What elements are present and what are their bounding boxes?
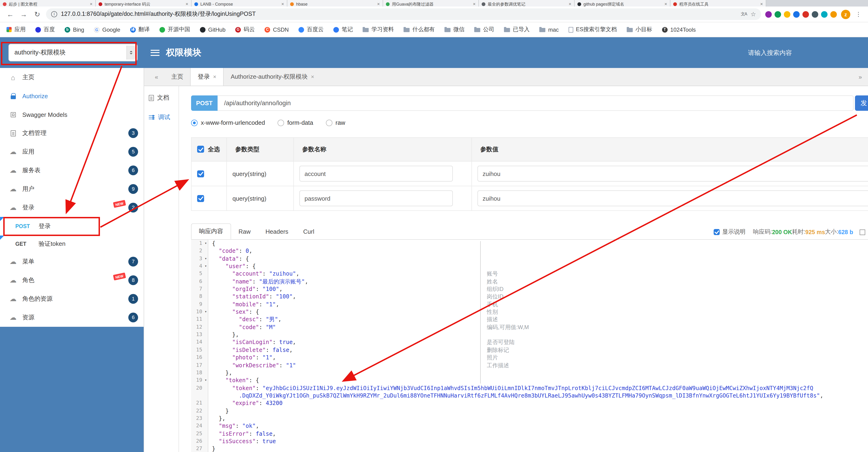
response-tab-响应内容[interactable]: 响应内容: [191, 223, 231, 239]
sidebar-item-resource[interactable]: ☁资源6: [0, 308, 144, 327]
sidebar-item-login[interactable]: ☁登录NEW2: [0, 198, 144, 217]
reload-icon[interactable]: ↻: [33, 10, 42, 19]
sidebar-item-doc-manage[interactable]: 文档管理3: [0, 124, 144, 142]
sidebar-item-post-login[interactable]: POST登录: [0, 217, 144, 235]
sidebar-item-user[interactable]: ☁用户9: [0, 180, 144, 198]
bookmark-baiduyun[interactable]: 百度云: [299, 26, 323, 33]
send-button[interactable]: 发: [855, 95, 868, 111]
select-all-checkbox[interactable]: [197, 146, 204, 153]
tab-close-icon[interactable]: ×: [760, 1, 763, 6]
extension-icon[interactable]: [765, 11, 772, 18]
back-icon[interactable]: ←: [6, 10, 15, 18]
extension-icon[interactable]: [821, 11, 828, 18]
tab-close-icon[interactable]: ×: [90, 1, 93, 6]
bookmark-goal[interactable]: 小目标: [627, 26, 652, 33]
browser-menu-icon[interactable]: ⋮: [855, 11, 862, 18]
param-value-input[interactable]: [477, 166, 868, 181]
row-checkbox[interactable]: [197, 170, 204, 177]
show-desc-checkbox[interactable]: [713, 229, 719, 235]
bookmark-company[interactable]: 公司: [474, 26, 494, 33]
browser-tab[interactable]: github pages绑定域名×: [575, 0, 671, 6]
param-value-input[interactable]: [477, 190, 868, 206]
doc-nav-doc[interactable]: 文档: [144, 88, 179, 108]
browser-tab[interactable]: 程序员在线工具×: [671, 0, 766, 6]
browser-tab[interactable]: hbase×: [287, 0, 383, 6]
sidebar-item-app[interactable]: ☁应用5: [0, 142, 144, 161]
browser-tab[interactable]: 起步 | 图文教程×: [0, 0, 96, 6]
browser-tab[interactable]: 用Guava的布隆过滤器×: [383, 0, 479, 6]
extension-icon[interactable]: [830, 11, 837, 18]
translate-icon[interactable]: 文A: [741, 11, 747, 17]
extension-icon[interactable]: [812, 11, 818, 18]
browser-tab[interactable]: LANB - Compose×: [191, 0, 287, 6]
tab-close-icon[interactable]: ×: [213, 74, 216, 80]
url-text[interactable]: 127.0.0.1:8760/api/gate/doc.html#/author…: [61, 10, 737, 18]
header-search-input[interactable]: [748, 49, 808, 56]
tab-close-icon[interactable]: ×: [568, 1, 571, 6]
bookmark-baidu[interactable]: 百度: [35, 26, 55, 33]
browser-tab[interactable]: 最全的参数调优笔记×: [479, 0, 575, 6]
bookmark-gitee[interactable]: G码云: [235, 26, 255, 33]
sidebar-item-authorize[interactable]: Authorize: [0, 87, 144, 105]
response-tab-Headers[interactable]: Headers: [258, 223, 296, 239]
response-tab-Raw[interactable]: Raw: [231, 223, 258, 239]
sidebar-item-swagger-models[interactable]: Swagger Models: [0, 105, 144, 124]
bookmark-star-icon[interactable]: ☆: [751, 11, 756, 18]
hamburger-icon[interactable]: [151, 50, 159, 56]
fold-caret-icon[interactable]: ▾: [204, 255, 208, 262]
tab-close-icon[interactable]: ×: [186, 1, 188, 6]
bookmark-tools[interactable]: T1024Tools: [662, 26, 696, 33]
sidebar-item-menu[interactable]: ☁菜单7: [0, 252, 144, 271]
param-name-input[interactable]: [300, 190, 453, 206]
page-info-icon[interactable]: i: [51, 11, 57, 17]
bookmark-csdn[interactable]: CCSDN: [265, 26, 289, 33]
fold-caret-icon[interactable]: ▾: [204, 240, 208, 247]
tab-close-icon[interactable]: ×: [311, 74, 314, 80]
bookmark-wechat[interactable]: 微信: [444, 26, 464, 33]
sidebar-item-role-resource[interactable]: ☁角色的资源1: [0, 289, 144, 308]
content-type-option[interactable]: raw: [326, 119, 345, 126]
content-type-option[interactable]: x-www-form-urlencoded: [191, 119, 265, 126]
extension-icon[interactable]: [802, 11, 809, 18]
tab-Authorize-authority-权限模块[interactable]: Authorize-authority-权限模块×: [224, 68, 321, 86]
bookmark-translate[interactable]: 译翻译: [130, 26, 150, 33]
bookmark-github[interactable]: GitHub: [200, 26, 225, 33]
tab-主页[interactable]: 主页: [164, 68, 190, 86]
extension-icon[interactable]: [775, 11, 781, 18]
bookmark-bing[interactable]: bBing: [65, 26, 84, 33]
sidebar-item-get-token[interactable]: GET验证token: [0, 235, 144, 252]
module-select[interactable]: authority-权限模块: [8, 44, 137, 61]
bookmark-everything[interactable]: 什么都有: [404, 26, 435, 33]
tab-登录[interactable]: 登录×: [190, 68, 224, 86]
collapse-left-icon[interactable]: «: [149, 68, 164, 86]
fold-caret-icon[interactable]: ▾: [204, 308, 208, 316]
sidebar-item-home[interactable]: ⌂主页: [0, 68, 144, 87]
tab-close-icon[interactable]: ×: [664, 1, 667, 6]
extension-icon[interactable]: [793, 11, 800, 18]
fold-caret-icon[interactable]: ▾: [204, 376, 208, 384]
bookmark-imported[interactable]: 已导入: [504, 26, 530, 33]
collapse-right-icon[interactable]: »: [852, 68, 868, 86]
sidebar-item-service[interactable]: ☁服务表6: [0, 161, 144, 180]
tab-close-icon[interactable]: ×: [377, 1, 380, 6]
bookmark-google[interactable]: GGoogle: [94, 26, 120, 33]
browser-tab[interactable]: temporary-interface 码云×: [96, 0, 191, 6]
param-name-input[interactable]: [300, 166, 453, 181]
bookmark-mac[interactable]: mac: [539, 26, 559, 33]
bookmark-study[interactable]: 学习资料: [363, 26, 394, 33]
bookmark-note[interactable]: 笔记: [333, 26, 353, 33]
address-bar[interactable]: i 127.0.0.1:8760/api/gate/doc.html#/auth…: [46, 8, 761, 20]
doc-nav-debug[interactable]: 调试: [144, 108, 179, 127]
response-tab-Curl[interactable]: Curl: [296, 223, 322, 239]
profile-avatar[interactable]: z: [841, 9, 850, 19]
bookmark-es[interactable]: ES搜索引擎文档: [568, 26, 617, 33]
row-checkbox[interactable]: [197, 195, 204, 202]
fullscreen-icon[interactable]: [860, 229, 865, 235]
forward-icon[interactable]: →: [19, 10, 28, 18]
bookmark-oschina[interactable]: 开源中国: [159, 26, 190, 33]
content-type-option[interactable]: form-data: [278, 119, 313, 126]
sidebar-item-role[interactable]: ☁角色NEW8: [0, 271, 144, 289]
tab-close-icon[interactable]: ×: [281, 1, 284, 6]
bookmark-apps[interactable]: 应用: [6, 26, 26, 33]
fold-caret-icon[interactable]: ▾: [204, 262, 208, 270]
